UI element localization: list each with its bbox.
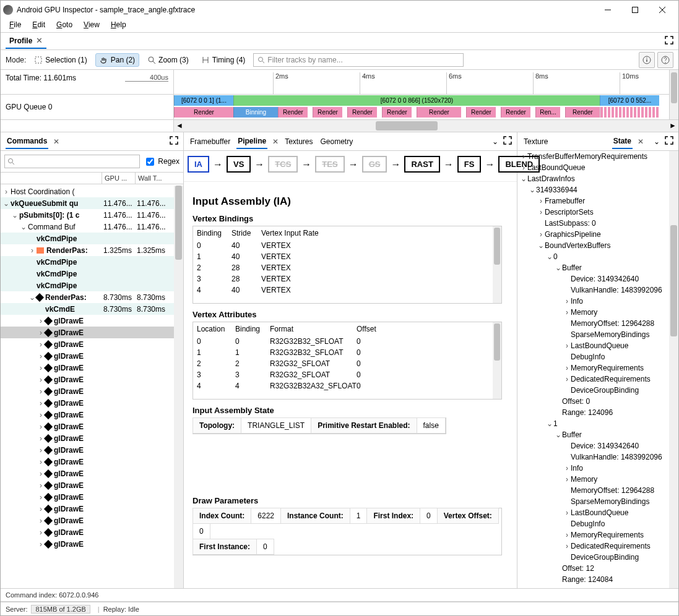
expand-icon[interactable] — [170, 136, 178, 147]
command-row[interactable]: ›glDrawE — [1, 538, 174, 550]
timeline-bar[interactable]: Render — [347, 107, 377, 118]
tree-node[interactable]: ›Memory — [517, 474, 669, 485]
stage-ia[interactable]: IA — [188, 156, 209, 173]
expand-icon[interactable] — [665, 36, 673, 46]
tab-geometry[interactable]: Geometry — [319, 135, 355, 148]
timing-button[interactable]: Timing (4) — [197, 53, 250, 67]
stage-tes[interactable]: TES — [315, 156, 344, 173]
command-row[interactable]: vkCmdPipe — [1, 256, 174, 268]
timeline-hscroll[interactable]: ◄► — [174, 120, 678, 132]
command-row[interactable]: ›glDrawE — [1, 374, 174, 385]
stage-rast[interactable]: RAST — [404, 156, 439, 173]
tree-node[interactable]: ⌄Buffer — [517, 262, 669, 273]
timeline-vscroll[interactable] — [669, 70, 678, 119]
timeline-ruler[interactable]: 2ms4ms6ms8ms10ms — [174, 70, 669, 94]
tree-node[interactable]: ⌄BoundVertexBuffers — [517, 240, 669, 251]
tree-node[interactable]: ⌄Buffer — [517, 429, 669, 440]
command-row[interactable]: ⌄pSubmits[0]: (1 c11.476...11.476... — [1, 209, 174, 221]
timeline-bar[interactable]: Render — [466, 107, 496, 118]
command-row[interactable]: ›glDrawE — [1, 350, 174, 362]
command-row[interactable]: ›glDrawE — [1, 479, 174, 491]
timeline-bar[interactable]: [6072 0 0 866] (1520x720) — [233, 95, 600, 106]
command-row[interactable]: ›glDrawE — [1, 338, 174, 350]
menu-goto[interactable]: Goto — [51, 19, 77, 32]
command-row[interactable]: ›glDrawE — [1, 432, 174, 444]
timeline-bar[interactable]: Render — [313, 107, 342, 118]
tree-node[interactable]: ›Info — [517, 463, 669, 474]
tab-textures[interactable]: Textures — [283, 135, 314, 148]
chevron-down-icon[interactable]: ⌄ — [492, 137, 498, 146]
table-row[interactable]: 328VERTEX — [193, 273, 501, 284]
timeline-bar[interactable]: Binning — [233, 107, 278, 118]
tree-node[interactable]: ›DedicatedRequirements — [517, 374, 669, 385]
command-row[interactable]: ›glDrawE — [1, 456, 174, 468]
tab-pipeline[interactable]: Pipeline — [236, 134, 267, 149]
tree-node[interactable]: ›DescriptorSets — [517, 207, 669, 218]
tree-node[interactable]: DebugInfo — [517, 518, 669, 529]
table-row[interactable]: 440VERTEX — [193, 284, 501, 296]
command-row[interactable]: ›glDrawE — [1, 515, 174, 526]
table-row[interactable]: 00R32G32B32_SFLOAT0 — [193, 336, 501, 347]
command-row[interactable]: ›glDrawE — [1, 444, 174, 456]
command-row[interactable]: ›glDrawE — [1, 503, 174, 515]
timeline-bar[interactable]: Render — [565, 107, 600, 118]
stage-gs[interactable]: GS — [362, 156, 387, 173]
tree-node[interactable]: DeviceGroupBinding — [517, 552, 669, 563]
tree-node[interactable]: ›TransferBufferMemoryRequirements — [517, 151, 669, 162]
timeline-bar[interactable]: Render — [382, 107, 412, 118]
regex-checkbox[interactable]: Regex — [144, 156, 179, 168]
tree-node[interactable]: Range: 124084 — [517, 574, 669, 585]
filter-input[interactable]: Filter tracks by name... — [253, 53, 464, 67]
tab-state[interactable]: State — [612, 134, 633, 149]
command-row[interactable]: vkCmdPipe — [1, 280, 174, 291]
tree-node[interactable]: Device: 3149342640 — [517, 273, 669, 284]
menu-edit[interactable]: Edit — [27, 19, 50, 32]
command-row[interactable]: vkCmdPipe — [1, 268, 174, 280]
help-button[interactable] — [657, 52, 673, 68]
command-search-input[interactable] — [4, 155, 140, 168]
command-row[interactable]: ›glDrawE — [1, 397, 174, 409]
tree-node[interactable]: SparseMemoryBindings — [517, 329, 669, 340]
tree-node[interactable]: ›DedicatedRequirements — [517, 541, 669, 552]
tree-node[interactable]: ›Memory — [517, 307, 669, 318]
command-row[interactable]: ›glDrawE — [1, 315, 174, 327]
command-row[interactable]: vkCmdPipe — [1, 233, 174, 244]
timeline-bar[interactable]: [6072 0 0 1] (1... — [174, 95, 233, 106]
tree-node[interactable]: ›LastBoundQueue — [517, 507, 669, 518]
tab-profile[interactable]: Profile ✕ — [6, 33, 46, 49]
maximize-button[interactable] — [621, 1, 649, 19]
command-row[interactable]: vkCmdE8.730ms8.730ms — [1, 303, 174, 315]
command-row[interactable]: ›glDrawE — [1, 491, 174, 503]
tree-node[interactable]: Device: 3149342640 — [517, 440, 669, 451]
stage-fs[interactable]: FS — [457, 156, 482, 173]
menu-file[interactable]: File — [4, 19, 26, 32]
tab-texture[interactable]: Texture — [522, 135, 549, 148]
tree-node[interactable]: ›GraphicsPipeline — [517, 229, 669, 240]
timeline-bar[interactable]: [6072 0 0 552... — [600, 95, 659, 106]
pan-button[interactable]: Pan (2) — [95, 53, 139, 67]
chevron-down-icon[interactable]: ⌄ — [654, 137, 660, 146]
tree-node[interactable]: DeviceGroupBinding — [517, 385, 669, 396]
tree-node[interactable]: VulkanHandle: 1483992096 — [517, 451, 669, 463]
close-icon[interactable]: ✕ — [638, 137, 644, 146]
tree-node[interactable]: Range: 124096 — [517, 407, 669, 418]
table-row[interactable]: 228VERTEX — [193, 262, 501, 273]
stage-vs[interactable]: VS — [227, 156, 251, 173]
minimize-button[interactable] — [594, 1, 621, 19]
timeline-bar[interactable]: Render — [278, 107, 308, 118]
close-icon[interactable]: ✕ — [53, 137, 59, 146]
table-row[interactable]: 040VERTEX — [193, 240, 501, 251]
tree-node[interactable]: ›MemoryRequirements — [517, 362, 669, 374]
command-row[interactable]: ⌄vkQueueSubmit qu11.476...11.476... — [1, 197, 174, 209]
command-row[interactable]: ›glDrawE — [1, 327, 174, 338]
close-icon[interactable]: ✕ — [272, 137, 279, 146]
tree-node[interactable]: Offset: 0 — [517, 396, 669, 407]
tree-node[interactable]: MemoryOffset: 12964288 — [517, 485, 669, 496]
table-row[interactable]: 44R32G32B32A32_SFLOAT0 — [193, 380, 501, 391]
command-row[interactable]: ›glDrawE — [1, 526, 174, 538]
table-row[interactable]: 140VERTEX — [193, 251, 501, 262]
tree-node[interactable]: ›Framebuffer — [517, 195, 669, 207]
command-row[interactable]: ⌄RenderPas:8.730ms8.730ms — [1, 291, 174, 303]
timeline-bar[interactable]: Render — [501, 107, 530, 118]
table-scrollbar[interactable] — [493, 322, 501, 399]
